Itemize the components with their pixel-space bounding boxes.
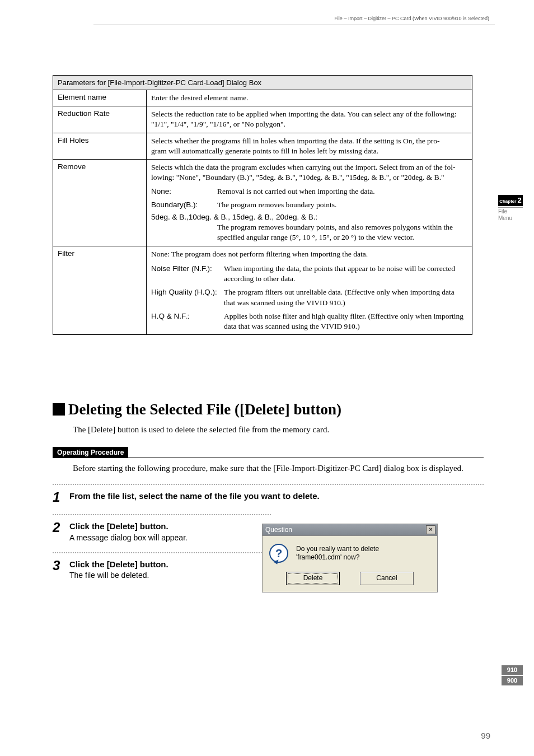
page-number: 99 bbox=[481, 731, 490, 740]
row-desc: Selects whether the programs fill in hol… bbox=[147, 133, 472, 159]
dialog-message: Do you really want to delete 'frame001.c… bbox=[296, 545, 379, 562]
row-name: Reduction Rate bbox=[53, 106, 147, 133]
dialog-title: Question bbox=[264, 526, 426, 534]
chapter-tab: Chapter 2 File Menu bbox=[498, 195, 523, 222]
row-name: Element name bbox=[53, 90, 147, 106]
dialog-titlebar[interactable]: Question × bbox=[262, 524, 438, 535]
row-desc: Selects which the data the program exclu… bbox=[147, 160, 472, 246]
row-name: Fill Holes bbox=[53, 133, 147, 159]
row-name: Remove bbox=[53, 160, 147, 246]
square-bullet-icon bbox=[53, 403, 65, 416]
breadcrumb: File – Import – Digitizer – PC Card (Whe… bbox=[334, 16, 489, 21]
delete-button[interactable]: Delete bbox=[286, 572, 340, 585]
close-icon[interactable]: × bbox=[426, 525, 435, 534]
section-intro: The [Delete] button is used to delete th… bbox=[73, 425, 481, 435]
row-desc: Enter the desired element name. bbox=[147, 90, 472, 106]
section-heading: Deleting the Selected File ([Delete] but… bbox=[53, 401, 481, 418]
question-dialog: Question × ? Do you really want to delet… bbox=[262, 524, 438, 592]
question-icon: ? bbox=[269, 544, 288, 563]
table-title: Parameters for [File-Import-Digitizer-PC… bbox=[53, 76, 472, 90]
row-name: Filter bbox=[53, 246, 147, 335]
row-desc: Selects the reduction rate to be applied… bbox=[147, 106, 472, 133]
model-tags: 910 900 bbox=[498, 665, 523, 687]
before-text: Before starting the following procedure,… bbox=[73, 463, 484, 474]
step-1: 1 From the file list, select the name of… bbox=[53, 491, 481, 504]
row-desc: None: The program does not perform filte… bbox=[147, 246, 472, 335]
cancel-button[interactable]: Cancel bbox=[360, 572, 414, 585]
parameters-table: Parameters for [File-Import-Digitizer-PC… bbox=[53, 75, 472, 335]
operating-procedure-label: Operating Procedure bbox=[53, 447, 128, 458]
